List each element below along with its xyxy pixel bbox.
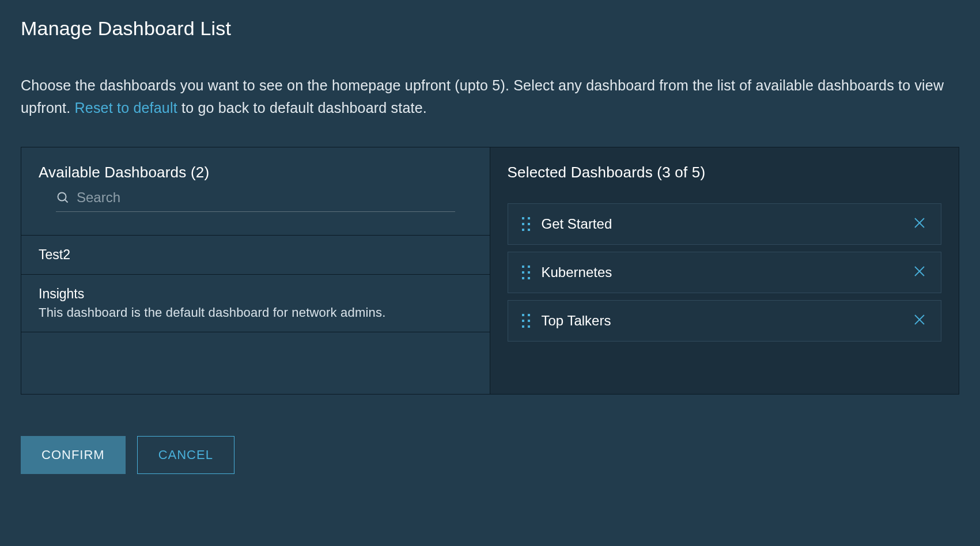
search-input[interactable] bbox=[77, 189, 455, 206]
selected-heading: Selected Dashboards (3 of 5) bbox=[508, 164, 942, 181]
svg-rect-14 bbox=[522, 277, 524, 279]
svg-rect-4 bbox=[522, 223, 524, 225]
svg-rect-15 bbox=[528, 277, 530, 279]
svg-rect-20 bbox=[522, 320, 524, 322]
confirm-button[interactable]: CONFIRM bbox=[21, 436, 126, 474]
dashboard-panels: Available Dashboards (2) Test2 I bbox=[21, 147, 959, 395]
remove-button[interactable] bbox=[911, 263, 928, 282]
selected-item-kubernetes[interactable]: Kubernetes bbox=[508, 252, 942, 293]
search-row bbox=[56, 187, 455, 212]
search-icon bbox=[56, 191, 70, 204]
available-item-insights[interactable]: Insights This dashboard is the default d… bbox=[21, 274, 490, 332]
selected-list: Get Started bbox=[490, 187, 959, 359]
svg-rect-19 bbox=[528, 314, 530, 316]
drag-handle-icon[interactable] bbox=[521, 216, 531, 232]
svg-rect-5 bbox=[528, 223, 530, 225]
cancel-button[interactable]: CANCEL bbox=[137, 436, 234, 474]
selected-item-get-started[interactable]: Get Started bbox=[508, 203, 942, 245]
remove-button[interactable] bbox=[911, 214, 928, 233]
description-text-2: to go back to default dashboard state. bbox=[177, 100, 427, 116]
selected-item-label: Top Talkers bbox=[542, 313, 901, 329]
svg-rect-21 bbox=[528, 320, 530, 322]
svg-rect-7 bbox=[528, 229, 530, 231]
dialog-description: Choose the dashboards you want to see on… bbox=[21, 74, 959, 119]
svg-rect-22 bbox=[522, 325, 524, 328]
svg-rect-23 bbox=[528, 325, 530, 328]
svg-rect-18 bbox=[522, 314, 524, 316]
available-heading: Available Dashboards (2) bbox=[39, 164, 472, 181]
svg-rect-6 bbox=[522, 229, 524, 231]
svg-rect-13 bbox=[528, 271, 530, 274]
remove-button[interactable] bbox=[911, 311, 928, 330]
available-dashboards-pane: Available Dashboards (2) Test2 I bbox=[21, 147, 490, 394]
available-list: Test2 Insights This dashboard is the def… bbox=[21, 235, 490, 332]
close-icon bbox=[913, 265, 926, 279]
svg-rect-2 bbox=[522, 217, 524, 219]
selected-dashboards-pane: Selected Dashboards (3 of 5) bbox=[490, 147, 959, 394]
dialog-title: Manage Dashboard List bbox=[21, 17, 959, 40]
manage-dashboard-dialog: Manage Dashboard List Choose the dashboa… bbox=[0, 0, 980, 546]
close-icon bbox=[913, 313, 926, 328]
svg-rect-10 bbox=[522, 266, 524, 268]
available-item-test2[interactable]: Test2 bbox=[21, 235, 490, 274]
svg-rect-12 bbox=[522, 271, 524, 274]
close-icon bbox=[913, 217, 926, 231]
svg-rect-3 bbox=[528, 217, 530, 219]
selected-item-label: Kubernetes bbox=[542, 264, 901, 280]
reset-to-default-link[interactable]: Reset to default bbox=[75, 100, 177, 116]
selected-item-top-talkers[interactable]: Top Talkers bbox=[508, 300, 942, 342]
svg-point-0 bbox=[58, 192, 66, 200]
svg-line-1 bbox=[65, 199, 68, 202]
available-item-description: This dashboard is the default dashboard … bbox=[39, 305, 472, 320]
available-item-title: Insights bbox=[39, 286, 472, 302]
dialog-footer: CONFIRM CANCEL bbox=[21, 436, 959, 474]
drag-handle-icon[interactable] bbox=[521, 264, 531, 280]
selected-item-label: Get Started bbox=[542, 216, 901, 232]
available-item-title: Test2 bbox=[39, 247, 472, 263]
drag-handle-icon[interactable] bbox=[521, 313, 531, 329]
svg-rect-11 bbox=[528, 266, 530, 268]
